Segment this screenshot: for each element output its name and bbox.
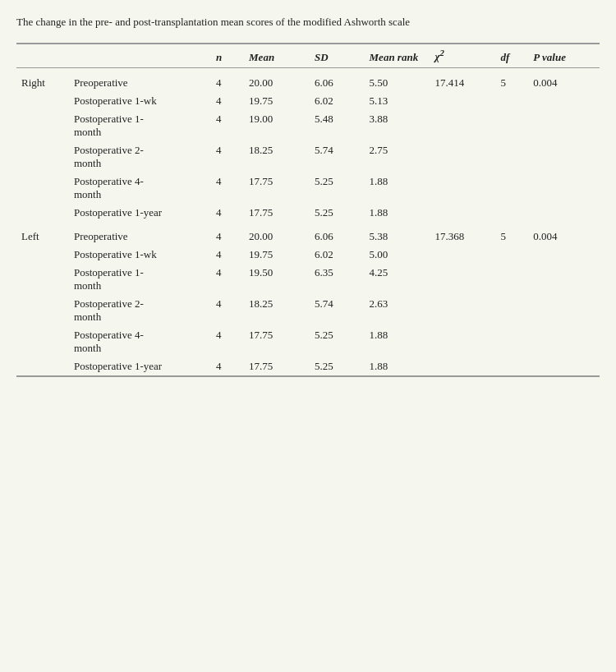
cell-side	[16, 110, 69, 141]
cell-df	[495, 92, 528, 110]
table-row: Postoperative 1-month419.506.354.25	[16, 264, 600, 295]
cell-df	[495, 204, 528, 222]
header-chi2: χ2	[430, 44, 495, 67]
cell-mean_rank: 2.63	[365, 295, 430, 326]
cell-sd: 5.48	[310, 110, 365, 141]
table-row: Postoperative 4-month417.755.251.88	[16, 326, 600, 357]
cell-mean: 20.00	[244, 67, 310, 92]
cell-side	[16, 295, 69, 326]
cell-chi2	[430, 204, 495, 222]
cell-p_value	[528, 326, 600, 357]
cell-mean: 19.75	[244, 246, 310, 264]
table-row: Postoperative 2-month418.255.742.75	[16, 141, 600, 173]
cell-n: 4	[211, 67, 244, 92]
cell-n: 4	[211, 110, 244, 141]
cell-chi2: 17.368	[430, 222, 495, 246]
cell-side: Left	[16, 222, 69, 246]
cell-df: 5	[495, 222, 528, 246]
cell-mean_rank: 5.38	[365, 222, 430, 246]
cell-period: Postoperative 1-year	[69, 357, 211, 376]
cell-df	[495, 295, 528, 326]
cell-n: 4	[211, 295, 244, 326]
table-title: The change in the pre- and post-transpla…	[16, 15, 600, 30]
cell-mean: 20.00	[244, 222, 310, 246]
cell-mean: 17.75	[244, 357, 310, 376]
header-n: n	[211, 44, 244, 67]
cell-chi2: 17.414	[430, 67, 495, 92]
cell-side	[16, 92, 69, 110]
cell-p_value	[528, 264, 600, 295]
table-row: Postoperative 1-year417.755.251.88	[16, 357, 600, 376]
cell-n: 4	[211, 246, 244, 264]
cell-n: 4	[211, 173, 244, 204]
cell-chi2	[430, 173, 495, 204]
cell-df	[495, 264, 528, 295]
cell-p_value	[528, 110, 600, 141]
cell-sd: 5.74	[310, 141, 365, 173]
cell-df	[495, 110, 528, 141]
cell-side	[16, 326, 69, 357]
cell-p_value	[528, 204, 600, 222]
cell-sd: 6.02	[310, 246, 365, 264]
cell-n: 4	[211, 222, 244, 246]
cell-chi2	[430, 357, 495, 376]
cell-side	[16, 264, 69, 295]
cell-mean_rank: 3.88	[365, 110, 430, 141]
header-sd: SD	[310, 44, 365, 67]
header-mean: Mean	[244, 44, 310, 67]
cell-n: 4	[211, 357, 244, 376]
cell-period: Postoperative 1-wk	[69, 92, 211, 110]
cell-mean_rank: 5.50	[365, 67, 430, 92]
cell-mean: 17.75	[244, 204, 310, 222]
cell-mean_rank: 5.13	[365, 92, 430, 110]
table-row: Postoperative 1-year417.755.251.88	[16, 204, 600, 222]
cell-period: Postoperative 4-month	[69, 173, 211, 204]
header-p-value: P value	[528, 44, 600, 67]
cell-mean: 18.25	[244, 295, 310, 326]
cell-mean_rank: 2.75	[365, 141, 430, 173]
cell-mean_rank: 4.25	[365, 264, 430, 295]
cell-side	[16, 357, 69, 376]
table-row: Postoperative 1-wk419.756.025.00	[16, 246, 600, 264]
cell-p_value	[528, 357, 600, 376]
cell-mean: 19.00	[244, 110, 310, 141]
cell-sd: 5.25	[310, 173, 365, 204]
cell-side	[16, 246, 69, 264]
cell-sd: 6.02	[310, 92, 365, 110]
cell-mean_rank: 1.88	[365, 204, 430, 222]
cell-chi2	[430, 295, 495, 326]
cell-sd: 5.25	[310, 326, 365, 357]
cell-mean: 19.75	[244, 92, 310, 110]
cell-sd: 5.25	[310, 357, 365, 376]
cell-period: Postoperative 2-month	[69, 141, 211, 173]
cell-period: Preoperative	[69, 222, 211, 246]
table-header-row: n Mean SD Mean rank χ2 df P value	[16, 44, 600, 67]
cell-period: Postoperative 1-year	[69, 204, 211, 222]
cell-sd: 5.74	[310, 295, 365, 326]
cell-chi2	[430, 141, 495, 173]
cell-n: 4	[211, 326, 244, 357]
cell-sd: 6.06	[310, 222, 365, 246]
cell-period: Postoperative 1-month	[69, 110, 211, 141]
cell-sd: 5.25	[310, 204, 365, 222]
cell-chi2	[430, 264, 495, 295]
cell-sd: 6.06	[310, 67, 365, 92]
cell-side	[16, 141, 69, 173]
cell-mean: 17.75	[244, 326, 310, 357]
cell-sd: 6.35	[310, 264, 365, 295]
header-mean-rank: Mean rank	[365, 44, 430, 67]
cell-df	[495, 326, 528, 357]
cell-side	[16, 204, 69, 222]
cell-df	[495, 246, 528, 264]
cell-side: Right	[16, 67, 69, 92]
cell-period: Postoperative 4-month	[69, 326, 211, 357]
header-period	[69, 44, 211, 67]
cell-df	[495, 357, 528, 376]
cell-p_value	[528, 92, 600, 110]
cell-mean: 17.75	[244, 173, 310, 204]
header-side	[16, 44, 69, 67]
cell-chi2	[430, 246, 495, 264]
cell-period: Postoperative 1-wk	[69, 246, 211, 264]
cell-df	[495, 141, 528, 173]
cell-period: Preoperative	[69, 67, 211, 92]
